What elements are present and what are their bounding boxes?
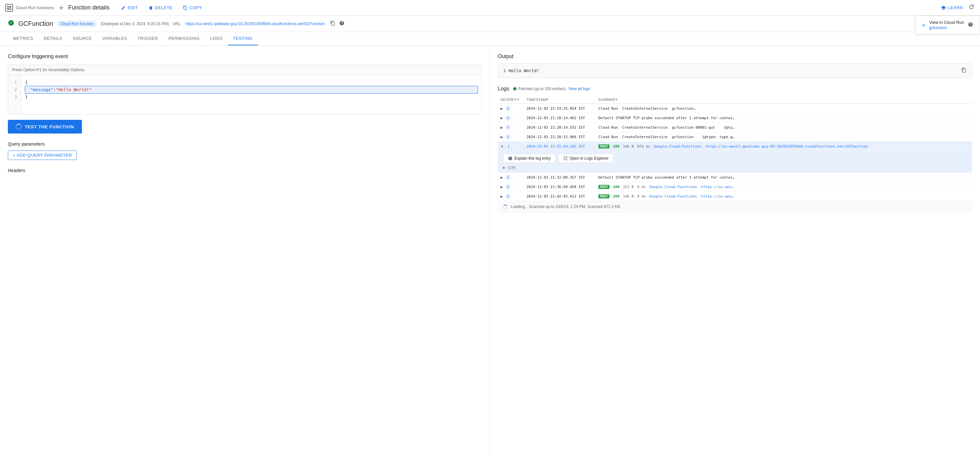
edit-button[interactable]: EDIT [117, 3, 142, 12]
log-detail-row: Explain this log entry Open in Logs Expl… [498, 151, 972, 173]
function-name: GCFunction [18, 20, 53, 27]
log-row[interactable]: ▶ i 2024-12-03 21:36:50.458 IST POST 200… [498, 182, 972, 192]
open-logs-label: Open in Logs Explorer [570, 156, 608, 161]
loading-text: Loading... Scanned up to 10/6/24, 1:29 P… [511, 204, 621, 209]
log-row[interactable]: ▶ i 2024-12-03 21:42:45.412 IST POST 200… [498, 192, 972, 201]
log-row[interactable]: ▶ i 2024-12-03 21:19:25.054 IST Cloud Ru… [498, 104, 972, 113]
summary-cell: POST 200 152 B 6 ms Google-Cloud-Functio… [596, 182, 972, 192]
expand-arrow-icon[interactable]: ▶ [500, 116, 503, 120]
svg-rect-2 [7, 8, 9, 10]
severity-badge: i [505, 115, 511, 121]
output-text: $ Hello World! [503, 68, 539, 73]
url-short[interactable]: https://us-wes… [699, 185, 733, 189]
cloud-run-banner: » View in Cloud Run gcfunction [915, 16, 980, 34]
log-actions: Explain this log entry Open in Logs Expl… [503, 154, 967, 163]
code-area[interactable]: 1 2 3 { "message":"Hello World!" } [8, 75, 482, 114]
expand-arrow-icon[interactable]: ▶ [500, 185, 503, 189]
code-content[interactable]: { "message":"Hello World!" } [21, 75, 482, 114]
log-row[interactable]: ▶ i 2024-12-03 21:20:14.552 IST Cloud Ru… [498, 123, 972, 132]
svg-rect-1 [10, 6, 11, 8]
summary-cell-selected: POST 200 146 B 876 ms Google-Cloud-Funct… [596, 142, 972, 151]
timestamp-cell: 2024-12-03 21:36:50.458 IST [524, 182, 596, 192]
view-all-logs-link[interactable]: View all logs [568, 86, 590, 91]
main-content: Configure triggering event Press Option+… [0, 46, 980, 455]
service-link: Google-Cloud-Functions [649, 194, 697, 199]
app-name: Cloud Run functions [16, 5, 54, 10]
function-url[interactable]: https://us-west1-qwiklabs-gcp-03-2b35510… [185, 22, 325, 26]
copy-output-icon[interactable] [961, 68, 967, 74]
severity-badge: i [505, 134, 511, 140]
summary-cell: POST 200 146 B 4 ms Google-Cloud-Functio… [596, 192, 972, 201]
tab-details[interactable]: DETAILS [38, 32, 68, 45]
col-severity: SEVERITY [498, 95, 524, 104]
url-label: URL: [173, 22, 181, 26]
expand-arrow-icon[interactable]: ▶ [500, 195, 503, 198]
status-200: 200 [613, 185, 620, 189]
post-badge: POST [598, 185, 609, 189]
back-button[interactable] [56, 3, 67, 13]
logo-icon [5, 4, 13, 12]
severity-cell: ▶ i [498, 173, 524, 182]
headers-title: Headers [8, 168, 482, 173]
top-nav: Cloud Run functions Function details EDI… [0, 0, 980, 16]
code-editor[interactable]: Press Option+F1 for Accessibility Option… [8, 65, 482, 114]
expand-arrow-icon[interactable]: ▶ [500, 126, 503, 129]
tab-metrics[interactable]: METRICS [8, 32, 38, 45]
delete-button[interactable]: DELETE [145, 3, 177, 12]
test-function-button[interactable]: TEST THE FUNCTION [8, 120, 82, 134]
expand-arrow-expanded-icon[interactable]: ▼ [500, 145, 504, 148]
help-icon[interactable] [968, 22, 973, 28]
logs-table: SEVERITY TIMESTAMP SUMMARY ▶ i [498, 95, 972, 213]
severity-badge: i [505, 174, 511, 180]
logs-section: Logs Fetched (up to 100 entries). View a… [498, 86, 972, 213]
output-box: $ Hello World! [498, 64, 972, 78]
code-line-3: } [25, 93, 477, 100]
logs-table-header: SEVERITY TIMESTAMP SUMMARY [498, 95, 972, 104]
expand-arrow-icon[interactable]: ▶ [500, 107, 503, 110]
tab-trigger[interactable]: TRIGGER [132, 32, 163, 45]
cloud-run-link[interactable]: gcfunction [929, 25, 964, 30]
function-header: GCFunction Cloud Run function (Deployed … [0, 16, 980, 32]
log-row[interactable]: ▶ i 2024-12-03 21:20:14.462 IST Default … [498, 113, 972, 123]
severity-badge: i [505, 193, 511, 199]
function-help-icon[interactable] [339, 21, 344, 27]
severity-cell: ▶ i [498, 192, 524, 201]
refresh-button[interactable] [968, 3, 975, 12]
timestamp-cell: 2024-12-03 21:19:25.054 IST [524, 104, 596, 113]
tab-testing[interactable]: TESTING [228, 32, 258, 45]
tab-logs[interactable]: LOGS [205, 32, 228, 45]
editor-hint: Press Option+F1 for Accessibility Option… [8, 65, 482, 75]
left-panel: Configure triggering event Press Option+… [0, 46, 490, 455]
loading-spinner-icon [16, 124, 22, 130]
svg-rect-0 [7, 6, 9, 8]
log-row[interactable]: ▶ i 2024-12-03 21:20:15.909 IST Cloud Ru… [498, 132, 972, 142]
severity-badge: i [505, 105, 511, 111]
explain-log-button[interactable]: Explain this log entry [503, 154, 555, 163]
expand-arrow-icon[interactable]: ▶ [500, 135, 503, 139]
nav-actions: EDIT DELETE COPY [117, 3, 206, 12]
expand-json-arrow[interactable]: ▶ [503, 165, 505, 170]
open-logs-explorer-button[interactable]: Open in Logs Explorer [558, 154, 613, 163]
tab-permissions[interactable]: PERMISSIONS [163, 32, 205, 45]
app-logo: Cloud Run functions [5, 4, 54, 12]
severity-badge: i [506, 143, 512, 149]
copy-url-icon[interactable] [330, 21, 335, 27]
col-summary: SUMMARY [596, 95, 972, 104]
tab-variables[interactable]: VARIABLES [97, 32, 132, 45]
post-badge: POST [598, 144, 609, 149]
learn-button[interactable]: LEARN [941, 5, 963, 10]
copy-button[interactable]: COPY [179, 3, 206, 12]
url-short[interactable]: https://us-wes… [699, 194, 733, 199]
severity-cell: ▶ i [498, 123, 524, 132]
status-200: 200 [613, 144, 620, 149]
log-row-selected[interactable]: ▼ i 2024-12-03 21:31:59.183 IST POST 200… [498, 142, 972, 151]
tab-source[interactable]: SOURCE [68, 32, 97, 45]
code-line-2: "message":"Hello World!" [25, 86, 477, 93]
log-row[interactable]: ▶ i 2024-12-03 21:32:00.357 IST Default … [498, 173, 972, 182]
timestamp-cell: 2024-12-03 21:20:15.909 IST [524, 132, 596, 142]
summary-cell: Cloud Run CreateInternalService gcfuncti… [596, 104, 972, 113]
url-short[interactable]: https://us-west1-qwiklabs-gcp-03-2b35510… [703, 144, 868, 149]
severity-badge: i [505, 124, 511, 130]
add-query-param-button[interactable]: + ADD QUERY PARAMETER [8, 151, 77, 160]
expand-arrow-icon[interactable]: ▶ [500, 176, 503, 179]
